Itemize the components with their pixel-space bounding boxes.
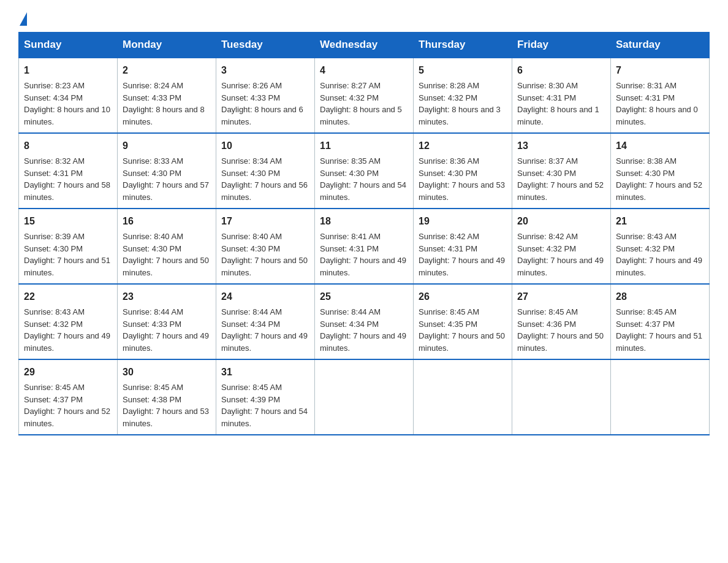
sunrise-text: Sunrise: 8:44 AM bbox=[221, 307, 282, 316]
day-number: 27 bbox=[517, 289, 605, 304]
calendar-cell: 4Sunrise: 8:27 AMSunset: 4:32 PMDaylight… bbox=[315, 58, 414, 133]
calendar-cell bbox=[512, 359, 611, 435]
calendar-cell: 22Sunrise: 8:43 AMSunset: 4:32 PMDayligh… bbox=[19, 284, 118, 359]
sunrise-text: Sunrise: 8:26 AM bbox=[221, 81, 282, 90]
day-number: 7 bbox=[616, 63, 704, 78]
daylight-text: Daylight: 8 hours and 3 minutes. bbox=[419, 105, 501, 126]
sunrise-text: Sunrise: 8:36 AM bbox=[419, 156, 479, 166]
sunset-text: Sunset: 4:31 PM bbox=[320, 244, 379, 253]
sunset-text: Sunset: 4:32 PM bbox=[320, 93, 379, 102]
calendar-cell: 11Sunrise: 8:35 AMSunset: 4:30 PMDayligh… bbox=[315, 133, 414, 209]
sunrise-text: Sunrise: 8:45 AM bbox=[221, 383, 282, 392]
day-number: 2 bbox=[123, 63, 211, 78]
calendar-cell: 16Sunrise: 8:40 AMSunset: 4:30 PMDayligh… bbox=[118, 209, 216, 284]
sunrise-text: Sunrise: 8:45 AM bbox=[616, 307, 677, 316]
day-number: 22 bbox=[24, 289, 112, 304]
day-number: 12 bbox=[419, 139, 507, 153]
daylight-text: Daylight: 7 hours and 50 minutes. bbox=[123, 256, 209, 277]
calendar-cell: 10Sunrise: 8:34 AMSunset: 4:30 PMDayligh… bbox=[216, 133, 315, 209]
calendar-cell: 27Sunrise: 8:45 AMSunset: 4:36 PMDayligh… bbox=[512, 284, 611, 359]
sunset-text: Sunset: 4:32 PM bbox=[517, 244, 576, 253]
daylight-text: Daylight: 7 hours and 56 minutes. bbox=[221, 180, 308, 202]
day-number: 4 bbox=[320, 63, 408, 78]
calendar-cell: 20Sunrise: 8:42 AMSunset: 4:32 PMDayligh… bbox=[512, 209, 611, 284]
sunset-text: Sunset: 4:31 PM bbox=[517, 93, 576, 102]
calendar-cell: 15Sunrise: 8:39 AMSunset: 4:30 PMDayligh… bbox=[19, 209, 118, 284]
calendar-cell: 1Sunrise: 8:23 AMSunset: 4:34 PMDaylight… bbox=[19, 58, 118, 133]
sunset-text: Sunset: 4:32 PM bbox=[419, 93, 477, 102]
calendar-cell: 25Sunrise: 8:44 AMSunset: 4:34 PMDayligh… bbox=[315, 284, 414, 359]
day-number: 13 bbox=[517, 139, 605, 153]
calendar-cell: 19Sunrise: 8:42 AMSunset: 4:31 PMDayligh… bbox=[414, 209, 512, 284]
day-number: 21 bbox=[616, 214, 704, 229]
day-number: 10 bbox=[221, 139, 309, 153]
calendar-cell: 13Sunrise: 8:37 AMSunset: 4:30 PMDayligh… bbox=[512, 133, 611, 209]
day-number: 19 bbox=[419, 214, 507, 229]
sunrise-text: Sunrise: 8:40 AM bbox=[221, 232, 282, 241]
calendar-table: SundayMondayTuesdayWednesdayThursdayFrid… bbox=[18, 32, 710, 435]
sunrise-text: Sunrise: 8:43 AM bbox=[616, 232, 677, 241]
calendar-week-row: 1Sunrise: 8:23 AMSunset: 4:34 PMDaylight… bbox=[19, 58, 710, 133]
day-number: 30 bbox=[123, 365, 211, 380]
sunrise-text: Sunrise: 8:31 AM bbox=[616, 81, 677, 90]
day-number: 16 bbox=[123, 214, 211, 229]
sunset-text: Sunset: 4:34 PM bbox=[24, 93, 83, 102]
calendar-body: 1Sunrise: 8:23 AMSunset: 4:34 PMDaylight… bbox=[19, 58, 710, 435]
day-number: 8 bbox=[24, 139, 112, 153]
sunrise-text: Sunrise: 8:45 AM bbox=[517, 307, 578, 316]
logo-triangle-icon bbox=[20, 12, 27, 26]
calendar-cell: 28Sunrise: 8:45 AMSunset: 4:37 PMDayligh… bbox=[611, 284, 710, 359]
daylight-text: Daylight: 7 hours and 51 minutes. bbox=[616, 331, 702, 353]
daylight-text: Daylight: 7 hours and 49 minutes. bbox=[320, 256, 406, 277]
sunrise-text: Sunrise: 8:44 AM bbox=[123, 307, 183, 316]
sunset-text: Sunset: 4:37 PM bbox=[616, 320, 675, 329]
daylight-text: Daylight: 7 hours and 57 minutes. bbox=[123, 180, 209, 202]
sunrise-text: Sunrise: 8:41 AM bbox=[320, 232, 381, 241]
daylight-text: Daylight: 7 hours and 58 minutes. bbox=[24, 180, 110, 202]
calendar-week-row: 22Sunrise: 8:43 AMSunset: 4:32 PMDayligh… bbox=[19, 284, 710, 359]
calendar-cell: 3Sunrise: 8:26 AMSunset: 4:33 PMDaylight… bbox=[216, 58, 315, 133]
calendar-cell: 14Sunrise: 8:38 AMSunset: 4:30 PMDayligh… bbox=[611, 133, 710, 209]
weekday-header-row: SundayMondayTuesdayWednesdayThursdayFrid… bbox=[19, 33, 710, 58]
day-number: 1 bbox=[24, 63, 112, 78]
calendar-cell: 31Sunrise: 8:45 AMSunset: 4:39 PMDayligh… bbox=[216, 359, 315, 435]
sunset-text: Sunset: 4:30 PM bbox=[320, 169, 379, 178]
calendar-cell bbox=[611, 359, 710, 435]
daylight-text: Daylight: 8 hours and 0 minutes. bbox=[616, 105, 698, 126]
sunset-text: Sunset: 4:32 PM bbox=[616, 244, 675, 253]
day-number: 11 bbox=[320, 139, 408, 153]
page-header bbox=[18, 12, 710, 26]
weekday-header-saturday: Saturday bbox=[611, 33, 710, 58]
calendar-cell: 8Sunrise: 8:32 AMSunset: 4:31 PMDaylight… bbox=[19, 133, 118, 209]
calendar-cell: 7Sunrise: 8:31 AMSunset: 4:31 PMDaylight… bbox=[611, 58, 710, 133]
day-number: 17 bbox=[221, 214, 309, 229]
calendar-week-row: 15Sunrise: 8:39 AMSunset: 4:30 PMDayligh… bbox=[19, 209, 710, 284]
sunset-text: Sunset: 4:30 PM bbox=[221, 169, 280, 178]
calendar-cell: 29Sunrise: 8:45 AMSunset: 4:37 PMDayligh… bbox=[19, 359, 118, 435]
daylight-text: Daylight: 7 hours and 50 minutes. bbox=[517, 331, 604, 353]
sunrise-text: Sunrise: 8:45 AM bbox=[123, 383, 183, 392]
sunset-text: Sunset: 4:32 PM bbox=[24, 320, 83, 329]
daylight-text: Daylight: 8 hours and 5 minutes. bbox=[320, 105, 402, 126]
daylight-text: Daylight: 7 hours and 49 minutes. bbox=[24, 331, 110, 353]
sunrise-text: Sunrise: 8:43 AM bbox=[24, 307, 85, 316]
weekday-header-sunday: Sunday bbox=[19, 33, 118, 58]
sunrise-text: Sunrise: 8:23 AM bbox=[24, 81, 85, 90]
daylight-text: Daylight: 7 hours and 52 minutes. bbox=[24, 407, 110, 428]
sunrise-text: Sunrise: 8:32 AM bbox=[24, 156, 85, 166]
sunset-text: Sunset: 4:30 PM bbox=[221, 244, 280, 253]
weekday-header-thursday: Thursday bbox=[414, 33, 512, 58]
day-number: 25 bbox=[320, 289, 408, 304]
sunrise-text: Sunrise: 8:42 AM bbox=[419, 232, 479, 241]
sunrise-text: Sunrise: 8:45 AM bbox=[419, 307, 479, 316]
sunset-text: Sunset: 4:35 PM bbox=[419, 320, 477, 329]
sunset-text: Sunset: 4:31 PM bbox=[24, 169, 83, 178]
daylight-text: Daylight: 7 hours and 50 minutes. bbox=[221, 256, 308, 277]
calendar-week-row: 8Sunrise: 8:32 AMSunset: 4:31 PMDaylight… bbox=[19, 133, 710, 209]
daylight-text: Daylight: 8 hours and 8 minutes. bbox=[123, 105, 205, 126]
day-number: 5 bbox=[419, 63, 507, 78]
day-number: 20 bbox=[517, 214, 605, 229]
day-number: 18 bbox=[320, 214, 408, 229]
sunset-text: Sunset: 4:38 PM bbox=[123, 395, 181, 404]
sunrise-text: Sunrise: 8:33 AM bbox=[123, 156, 183, 166]
